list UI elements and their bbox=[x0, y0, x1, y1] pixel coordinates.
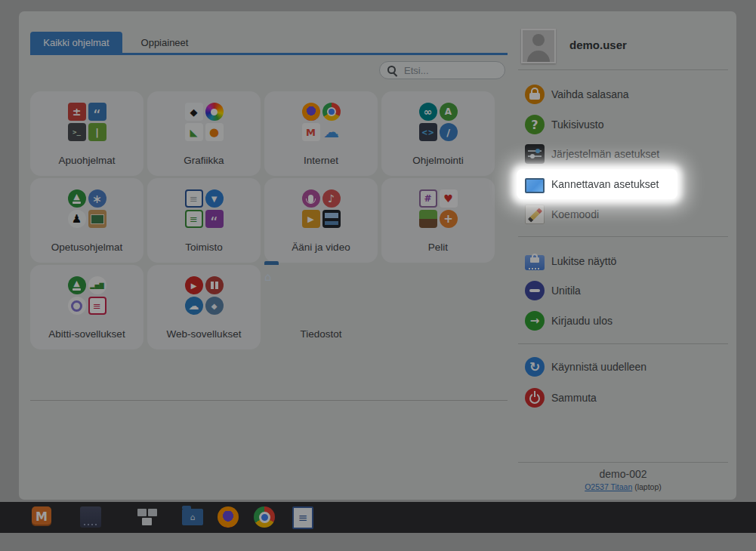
device-link[interactable]: O2537 Titaan bbox=[585, 482, 632, 491]
category-pelit[interactable]: Pelit bbox=[381, 178, 495, 263]
sidebar-item-kannettavan-asetukset[interactable]: Kannettavan asetukset bbox=[517, 169, 677, 199]
sidebar-item-jarjestelman-asetukset[interactable]: Järjestelmän asetukset bbox=[517, 139, 721, 169]
category-internet[interactable]: Internet bbox=[264, 91, 378, 176]
device-type: (laptop) bbox=[634, 482, 662, 491]
category-label: Abitti-sovellukset bbox=[30, 328, 143, 340]
tab-subjects[interactable]: Oppiaineet bbox=[122, 32, 207, 53]
lock-screen-icon bbox=[525, 255, 545, 270]
hostname: demo-002 bbox=[517, 468, 729, 480]
sidebar-item-label: Tukisivusto bbox=[551, 119, 604, 131]
avatar bbox=[521, 29, 556, 63]
category-web-sovellukset[interactable]: Web-sovellukset bbox=[147, 265, 261, 349]
sidebar-item-label: Kannettavan asetukset bbox=[551, 178, 659, 190]
sidebar-item-tukisivusto[interactable]: Tukisivusto bbox=[517, 109, 721, 140]
android-studio-icon bbox=[440, 103, 458, 121]
category-ohjelmointi[interactable]: Ohjelmointi bbox=[381, 91, 495, 176]
workspaces-icon[interactable] bbox=[137, 506, 158, 528]
shutdown-icon bbox=[525, 388, 545, 408]
compass-icon bbox=[205, 297, 224, 315]
calc-doc-icon bbox=[185, 210, 203, 228]
category-label: Internet bbox=[264, 155, 378, 166]
sleep-icon bbox=[525, 281, 545, 300]
inkscape-icon bbox=[185, 103, 203, 121]
category-aani-ja-video[interactable]: Ääni ja video bbox=[264, 178, 378, 263]
card-game-icon bbox=[440, 189, 458, 208]
logout-icon bbox=[525, 311, 545, 331]
category-label: Opetusohjelmat bbox=[30, 242, 143, 253]
help-icon bbox=[525, 115, 545, 134]
notes-icon bbox=[88, 103, 106, 121]
tab-label: Oppiaineet bbox=[141, 37, 189, 48]
file-manager-icon[interactable] bbox=[182, 509, 203, 525]
book-icon bbox=[205, 276, 224, 294]
document-icon[interactable] bbox=[292, 506, 313, 529]
chrome-icon[interactable] bbox=[254, 506, 275, 528]
physics-icon bbox=[88, 189, 106, 208]
search-input[interactable] bbox=[403, 64, 505, 77]
music-icon bbox=[322, 189, 341, 208]
code-editor-icon bbox=[419, 123, 437, 141]
category-grafiikka[interactable]: Grafiikka bbox=[147, 91, 261, 176]
sidebar-item-kirjaudu-ulos[interactable]: Kirjaudu ulos bbox=[517, 306, 721, 336]
search-box[interactable] bbox=[379, 61, 505, 79]
ring-icon bbox=[68, 297, 86, 315]
sidebar-item-label: Lukitse näyttö bbox=[551, 255, 616, 267]
menu-panel: Kaikki ohjelmat Oppiaineet Apuohjelmat G… bbox=[19, 11, 736, 500]
quotes-icon bbox=[205, 210, 224, 228]
impress-doc-icon bbox=[88, 297, 106, 315]
tab-all-programs[interactable]: Kaikki ohjelmat bbox=[30, 32, 122, 53]
category-label: Grafiikka bbox=[147, 155, 261, 166]
sidebar-item-label: Käynnistä uudelleen bbox=[551, 361, 646, 373]
sidebar-item-label: Koemoodi bbox=[551, 208, 599, 220]
sidebar-item-label: Kirjaudu ulos bbox=[551, 315, 613, 327]
sidebar-item-label: Järjestelmän asetukset bbox=[551, 148, 659, 160]
sidebar-item-label: Sammuta bbox=[551, 392, 597, 404]
sidebar-item-koemoodi[interactable]: Koemoodi bbox=[517, 199, 721, 229]
category-apuohjelmat[interactable]: Apuohjelmat bbox=[30, 91, 143, 176]
desktop-icon[interactable] bbox=[80, 506, 101, 528]
category-label: Ääni ja video bbox=[264, 242, 378, 253]
taskbar bbox=[0, 502, 756, 533]
arduino-icon bbox=[419, 103, 437, 121]
education-icon bbox=[68, 189, 86, 208]
search-icon bbox=[387, 66, 397, 75]
pen-icon bbox=[205, 189, 224, 208]
sudoku-icon bbox=[419, 189, 437, 208]
category-toimisto[interactable]: Toimisto bbox=[147, 178, 261, 263]
sidebar-item-sammuta[interactable]: Sammuta bbox=[517, 383, 721, 413]
video-player-icon bbox=[302, 210, 320, 228]
cloud-icon bbox=[185, 297, 203, 315]
calculator-icon bbox=[68, 103, 86, 121]
firefox-icon[interactable] bbox=[218, 506, 239, 528]
video-editor-icon bbox=[322, 210, 341, 228]
category-label: Apuohjelmat bbox=[30, 155, 143, 166]
minecraft-icon bbox=[419, 210, 437, 228]
username: demo.user bbox=[569, 38, 627, 51]
menu-launcher-icon[interactable] bbox=[32, 506, 51, 526]
cloud-icon bbox=[322, 123, 341, 141]
category-label: Web-sovellukset bbox=[147, 328, 261, 340]
tab-label: Kaikki ohjelmat bbox=[43, 37, 109, 48]
category-tiedostot[interactable]: Tiedostot bbox=[264, 265, 378, 349]
youtube-icon bbox=[185, 276, 203, 294]
sidebar-item-lukitse-naytto[interactable]: Lukitse näyttö bbox=[517, 246, 721, 276]
device-line: O2537 Titaan (laptop) bbox=[517, 482, 729, 491]
sidebar-divider bbox=[518, 462, 728, 463]
exam-mode-icon bbox=[525, 205, 545, 224]
sidebar-item-vaihda-salasana[interactable]: Vaihda salasana bbox=[517, 79, 721, 109]
education-icon bbox=[68, 276, 86, 294]
category-abitti-sovellukset[interactable]: Abitti-sovellukset bbox=[30, 265, 143, 349]
sidebar-item-label: Unitila bbox=[551, 285, 581, 297]
restart-icon bbox=[525, 357, 545, 377]
category-label: Pelit bbox=[381, 242, 495, 253]
category-label: Toimisto bbox=[147, 242, 261, 253]
writer-doc-icon bbox=[185, 189, 203, 208]
stats-icon bbox=[88, 276, 106, 294]
sidebar-divider bbox=[518, 69, 728, 70]
category-opetusohjelmat[interactable]: Opetusohjelmat bbox=[30, 178, 143, 263]
sidebar-item-kaynnista-uudelleen[interactable]: Käynnistä uudelleen bbox=[517, 352, 721, 382]
mail-icon bbox=[302, 123, 320, 141]
sidebar-item-unitila[interactable]: Unitila bbox=[517, 276, 721, 306]
desktop: { "tabs": { "all_programs": "Kaikki ohje… bbox=[0, 0, 756, 551]
build-tool-icon bbox=[440, 123, 458, 141]
